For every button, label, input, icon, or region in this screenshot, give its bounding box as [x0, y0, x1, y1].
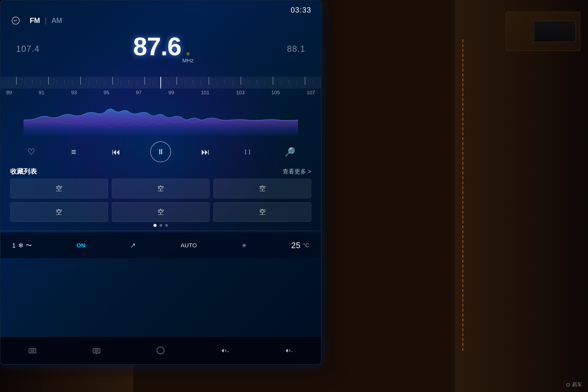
right-vent-grille	[534, 21, 576, 42]
freq-unit: MHz	[182, 58, 194, 64]
favorites-header: 收藏列表 查看更多 >	[10, 167, 311, 176]
page-dot-1	[154, 224, 156, 227]
preset-2[interactable]: 空	[112, 179, 210, 198]
preset-1-label: 空	[56, 184, 62, 193]
back-button[interactable]: ↩	[10, 15, 21, 26]
scan-icon: 🔎	[284, 147, 295, 157]
right-leather-panel	[455, 0, 588, 392]
auto-label[interactable]: AUTO	[181, 242, 197, 249]
freq-main-display: 87.6 ⊕ MHz	[133, 34, 194, 64]
band-tabs: FM | AM	[27, 16, 65, 26]
ruler-label-105: 105	[272, 90, 280, 96]
freq-left: 107.4	[16, 44, 40, 54]
defrost-rear-button[interactable]: R	[88, 344, 106, 358]
ruler-label-91: 91	[38, 90, 44, 96]
defrost-front-button[interactable]	[24, 344, 41, 358]
temperature-value: 25	[291, 241, 300, 250]
prev-button[interactable]: ⏮	[108, 144, 124, 160]
preset-4[interactable]: 空	[10, 202, 108, 222]
ruler-label-89: 89	[6, 90, 12, 96]
next-icon: ⏭	[201, 147, 210, 157]
volume-up-icon	[284, 347, 294, 354]
preset-5-label: 空	[158, 208, 164, 216]
temp-unit: °C	[303, 242, 309, 248]
ruler-ticks-svg	[0, 77, 321, 88]
right-air-vent	[506, 12, 580, 51]
preset-5[interactable]: 空	[112, 202, 210, 222]
ruler-label-93: 93	[71, 90, 77, 96]
volume-up-button[interactable]	[280, 344, 298, 358]
auto-mode: AUTO	[181, 242, 197, 249]
list-button[interactable]: ≡	[66, 144, 82, 160]
air-mode-icon: ↗	[130, 241, 136, 250]
page-dot-2	[160, 224, 162, 227]
home-button[interactable]	[152, 344, 170, 358]
fan-speed-icon: ❄	[18, 242, 24, 249]
favorite-button[interactable]: ♡	[24, 144, 39, 160]
ac-status: ON	[76, 242, 85, 249]
frequency-ruler[interactable]: 89 91 93 95 97 99 101 103 105 107	[0, 77, 321, 100]
fan-speed-value: 1	[12, 242, 16, 249]
preset-grid: 空 空 空 空 空 空	[10, 179, 311, 222]
equalizer-button[interactable]: ⫶⫶	[240, 144, 256, 160]
preset-6[interactable]: 空	[214, 202, 311, 222]
brand-name: 易车	[572, 381, 582, 388]
ruler-label-99: 99	[168, 90, 174, 96]
defrost-rear-icon: R	[92, 347, 101, 354]
fm-tab[interactable]: FM	[27, 16, 43, 26]
back-icon: ↩	[12, 17, 20, 24]
bottom-navigation: R	[0, 337, 321, 364]
ruler-label-95: 95	[104, 90, 109, 96]
ac-icon-display: ✳	[242, 242, 246, 249]
pause-icon: ⏸	[157, 148, 164, 156]
divider	[0, 231, 321, 231]
page-dot-3	[165, 224, 168, 227]
preset-2-label: 空	[158, 184, 164, 193]
svg-marker-50	[222, 349, 224, 352]
waveform-svg	[16, 104, 305, 136]
pause-button[interactable]: ⏸	[150, 142, 171, 162]
eq-icon: ⫶⫶	[244, 148, 252, 156]
infotainment-screen: 03:33 ↩ FM | AM 107.4 87.6 ⊕ MHz	[0, 0, 322, 364]
preset-1[interactable]: 空	[10, 179, 108, 198]
defrost-front-icon	[28, 347, 37, 354]
stereo-icon: ⊕	[186, 51, 190, 56]
snowflake-icon: ✳	[242, 242, 246, 249]
fan-direction-icon: 〜	[26, 242, 32, 250]
ruler-label-97: 97	[136, 90, 142, 96]
frequency-display: 107.4 87.6 ⊕ MHz 88.1	[10, 32, 311, 66]
ac-on-label[interactable]: ON	[76, 242, 85, 249]
ruler-label-103: 103	[236, 90, 244, 96]
preset-3-label: 空	[259, 184, 266, 193]
air-mode-display: ↗	[130, 241, 136, 250]
ruler-track	[0, 77, 321, 88]
top-navigation: ↩ FM | AM	[10, 15, 311, 26]
brand-watermark: ⊙ 易车	[566, 381, 582, 388]
next-button[interactable]: ⏭	[198, 144, 213, 160]
volume-down-button[interactable]	[216, 344, 234, 358]
clock-display: 03:33	[291, 6, 311, 14]
list-icon: ≡	[71, 147, 76, 157]
svg-point-49	[157, 347, 164, 354]
freq-right: 88.1	[287, 44, 305, 54]
climate-control-bar: 1 ❄ 〜 ON ↗ AUTO ✳ 25 °C	[0, 233, 321, 258]
scan-button[interactable]: 🔎	[282, 144, 298, 160]
ruler-labels: 89 91 93 95 97 99 101 103 105 107	[0, 88, 321, 96]
band-separator: |	[45, 16, 47, 25]
prev-icon: ⏮	[112, 147, 120, 157]
right-stitching	[462, 39, 463, 353]
temperature-display: 25 °C	[291, 241, 309, 250]
ruler-label-107: 107	[306, 90, 315, 96]
am-tab[interactable]: AM	[48, 16, 65, 26]
favorites-more-link[interactable]: 查看更多 >	[283, 168, 311, 176]
preset-4-label: 空	[56, 208, 62, 216]
svg-marker-57	[286, 349, 288, 352]
preset-3[interactable]: 空	[214, 179, 311, 198]
brand-logo: ⊙	[566, 382, 570, 388]
car-interior: 03:33 ↩ FM | AM 107.4 87.6 ⊕ MHz	[0, 0, 588, 392]
page-indicators	[154, 224, 168, 227]
playback-controls: ♡ ≡ ⏮ ⏸ ⏭ ⫶⫶ 🔎	[10, 142, 311, 162]
audio-waveform	[0, 102, 321, 138]
favorite-icon: ♡	[28, 147, 35, 157]
svg-text:R: R	[96, 352, 97, 354]
